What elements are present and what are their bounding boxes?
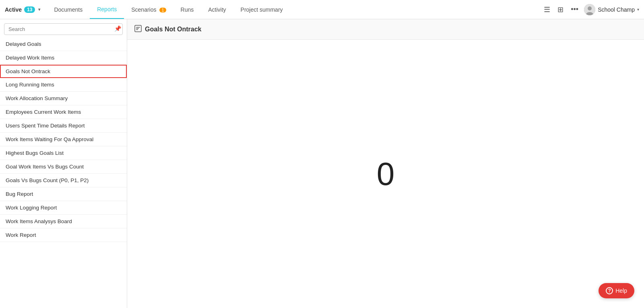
sidebar-item-users-spent-time[interactable]: Users Spent Time Details Report [0, 119, 127, 133]
avatar [584, 4, 595, 15]
help-button[interactable]: ? Help [599, 283, 634, 298]
sidebar-item-employees-current-work-items[interactable]: Employees Current Work Items [0, 105, 127, 119]
active-count: 13 [24, 6, 35, 13]
help-label: Help [615, 287, 627, 294]
scenario-badge: 1 [159, 8, 166, 12]
nav-right: ☰ ⊞ ••• School Champ ▾ [542, 4, 639, 16]
sidebar-item-work-allocation-summary[interactable]: Work Allocation Summary [0, 92, 127, 105]
list-view-icon[interactable]: ☰ [542, 4, 552, 16]
help-icon: ? [606, 287, 613, 294]
content-header: Goals Not Ontrack [127, 19, 644, 40]
sidebar-item-bug-report[interactable]: Bug Report [0, 187, 127, 201]
nav-runs[interactable]: Runs [173, 1, 201, 18]
content-title: Goals Not Ontrack [145, 26, 201, 33]
sidebar-item-work-logging-report[interactable]: Work Logging Report [0, 201, 127, 215]
active-badge: Active 13 ▾ [5, 6, 40, 13]
user-dropdown-arrow[interactable]: ▾ [637, 7, 639, 12]
sidebar-item-work-items-analysys-board[interactable]: Work Items Analysys Board [0, 215, 127, 228]
nav-scenarios[interactable]: Scenarios 1 [124, 1, 173, 18]
sidebar: 📌 Delayed Goals Delayed Work Items Goals… [0, 19, 127, 308]
nav-links: Documents Reports Scenarios 1 Runs Activ… [47, 0, 290, 19]
sidebar-item-goals-not-ontrack[interactable]: Goals Not Ontrack [0, 65, 127, 78]
sidebar-item-highest-bugs-goals[interactable]: Highest Bugs Goals List [0, 146, 127, 160]
sidebar-item-goals-vs-bugs-count[interactable]: Goals Vs Bugs Count (P0, P1, P2) [0, 174, 127, 187]
nav-activity[interactable]: Activity [201, 1, 233, 18]
sidebar-item-delayed-work-items[interactable]: Delayed Work Items [0, 51, 127, 65]
more-options-icon[interactable]: ••• [569, 4, 580, 15]
content-value: 0 [377, 156, 395, 193]
sidebar-item-goal-work-items-vs-bugs[interactable]: Goal Work Items Vs Bugs Count [0, 160, 127, 174]
user-name: School Champ [598, 6, 635, 13]
pin-icon[interactable]: 📌 [114, 25, 121, 32]
nav-documents[interactable]: Documents [47, 1, 90, 18]
content-area: Goals Not Ontrack 0 [127, 19, 644, 308]
svg-rect-5 [136, 28, 139, 29]
report-icon [134, 25, 142, 34]
sidebar-item-work-items-waiting-qa[interactable]: Work Items Waiting For Qa Approval [0, 133, 127, 146]
main-layout: 📌 Delayed Goals Delayed Work Items Goals… [0, 19, 644, 308]
content-body: 0 [127, 40, 644, 308]
user-section[interactable]: School Champ ▾ [584, 4, 639, 15]
top-nav: Active 13 ▾ Documents Reports Scenarios … [0, 0, 644, 19]
svg-rect-6 [136, 29, 138, 30]
svg-point-1 [588, 6, 592, 10]
active-label: Active [5, 6, 22, 13]
search-container: 📌 [0, 19, 127, 37]
search-input[interactable] [4, 23, 123, 35]
grid-view-icon[interactable]: ⊞ [556, 4, 565, 16]
sidebar-item-work-report[interactable]: Work Report [0, 228, 127, 242]
sidebar-item-delayed-goals[interactable]: Delayed Goals [0, 37, 127, 51]
sidebar-list: Delayed Goals Delayed Work Items Goals N… [0, 37, 127, 308]
sidebar-item-long-running-items[interactable]: Long Running Items [0, 78, 127, 92]
nav-reports[interactable]: Reports [90, 0, 124, 19]
nav-project-summary[interactable]: Project summary [233, 1, 290, 18]
active-dropdown-arrow[interactable]: ▾ [38, 7, 40, 12]
svg-rect-4 [136, 27, 140, 28]
